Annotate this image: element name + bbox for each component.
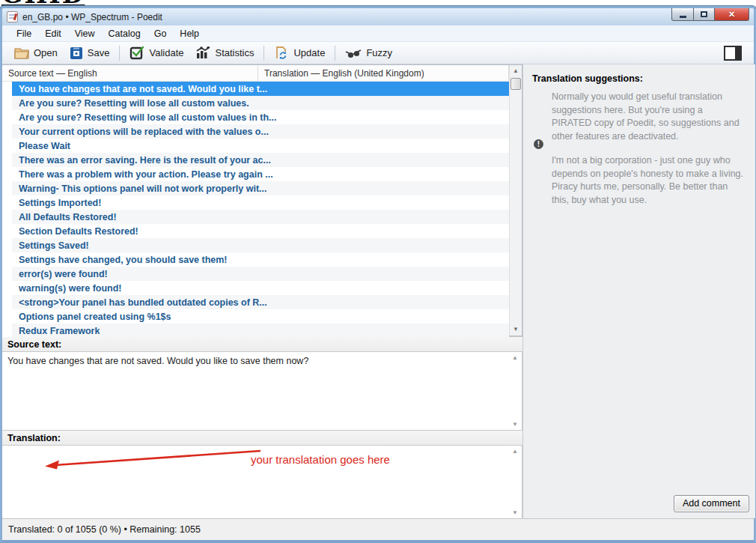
- table-row[interactable]: Are you sure? Resetting will lose all cu…: [2, 96, 522, 110]
- row-source-text: <strong>Your panel has bundled outdated …: [12, 297, 267, 308]
- table-row[interactable]: Warning- This options panel will not wor…: [2, 181, 522, 195]
- row-gutter: [2, 324, 12, 337]
- validate-check-icon: [129, 46, 144, 60]
- row-gutter: [2, 252, 12, 267]
- status-bar: Translated: 0 of 1055 (0 %) • Remaining:…: [2, 518, 754, 540]
- list-scrollbar[interactable]: ▲ ▼: [509, 65, 522, 336]
- table-row[interactable]: warning(s) were found!: [2, 281, 522, 295]
- menu-item-edit[interactable]: Edit: [38, 26, 68, 41]
- update-button-label: Update: [293, 47, 325, 58]
- window-title: en_GB.po • WP_Spectrum - Poedit: [22, 12, 162, 22]
- minimize-icon: [680, 16, 686, 18]
- menu-item-catalog[interactable]: Catalog: [102, 26, 147, 41]
- table-row[interactable]: Please Wait: [2, 139, 522, 153]
- row-source-text: Are you sure? Resetting will lose all cu…: [12, 98, 249, 109]
- table-row[interactable]: Options panel created using %1$s: [2, 309, 522, 324]
- statistics-chart-icon: [195, 46, 210, 60]
- row-gutter: [2, 124, 12, 139]
- row-gutter: [2, 224, 12, 238]
- honesty-notice-text: I'm not a big corporation - just one guy…: [552, 154, 745, 207]
- pirated-notice-text: Normally you would get useful translatio…: [552, 91, 745, 143]
- translation-list: Source text — English Translation — Engl…: [2, 64, 522, 336]
- menu-item-view[interactable]: View: [68, 26, 102, 41]
- row-gutter: [2, 181, 12, 195]
- row-gutter: [2, 238, 12, 252]
- minimize-button[interactable]: [671, 8, 694, 21]
- row-gutter: [2, 309, 12, 324]
- fuzzy-button[interactable]: Fuzzy: [339, 44, 398, 62]
- row-gutter: [2, 281, 12, 295]
- scrollbar-thumb[interactable]: [510, 78, 521, 90]
- validate-button[interactable]: Validate: [124, 43, 189, 62]
- statistics-button[interactable]: Statistics: [189, 43, 260, 62]
- row-gutter: [2, 96, 12, 110]
- update-button[interactable]: Update: [268, 43, 331, 62]
- row-gutter: [2, 82, 12, 96]
- suggestions-sidebar: Translation suggestions: Normally you wo…: [522, 64, 755, 518]
- table-row[interactable]: Settings Imported!: [2, 195, 522, 210]
- poedit-app-icon: [7, 11, 18, 22]
- table-row[interactable]: Your current options will be replaced wi…: [2, 124, 522, 139]
- table-row[interactable]: error(s) were found!: [2, 267, 522, 281]
- menu-item-help[interactable]: Help: [173, 26, 206, 41]
- scroll-up-icon[interactable]: ▲: [510, 354, 520, 361]
- row-source-text: Settings Imported!: [12, 198, 101, 208]
- toolbar: Open Save Validate: [2, 42, 754, 64]
- table-row[interactable]: Are you sure? Resetting will lose all cu…: [2, 110, 522, 124]
- save-button[interactable]: Save: [64, 44, 116, 62]
- fuzzy-glasses-icon: [345, 46, 362, 60]
- suggestions-heading: Translation suggestions:: [532, 73, 745, 84]
- annotation-text: your translatation goes here: [251, 453, 390, 466]
- table-row[interactable]: There was a problem with your action. Pl…: [2, 167, 522, 181]
- table-row[interactable]: Settings Saved!: [2, 238, 522, 252]
- source-text-label: Source text:: [2, 336, 522, 352]
- validate-button-label: Validate: [149, 47, 183, 58]
- translation-input[interactable]: your translatation goes here ▲ ▼: [2, 446, 522, 518]
- translation-label: Translation:: [2, 430, 522, 446]
- table-row[interactable]: Redux Framework: [2, 324, 522, 337]
- fuzzy-button-label: Fuzzy: [366, 47, 392, 58]
- list-header[interactable]: Source text — English Translation — Engl…: [2, 65, 522, 82]
- scroll-down-icon[interactable]: ▼: [510, 509, 520, 516]
- table-row[interactable]: Section Defaults Restored!: [2, 224, 522, 238]
- table-row[interactable]: There was an error saving. Here is the r…: [2, 153, 522, 167]
- title-bar[interactable]: en_GB.po • WP_Spectrum - Poedit ✕: [2, 8, 754, 25]
- row-source-text: Options panel created using %1$s: [12, 312, 171, 322]
- source-text-box: You have changes that are not saved. Wou…: [2, 352, 522, 430]
- row-source-text: Section Defaults Restored!: [12, 226, 138, 237]
- menu-item-file[interactable]: File: [10, 26, 38, 41]
- row-source-text: There was an error saving. Here is the r…: [12, 155, 271, 166]
- menu-bar: FileEditViewCatalogGoHelp: [2, 25, 754, 42]
- column-header-translation[interactable]: Translation — English (United Kingdom): [258, 65, 509, 81]
- add-comment-button[interactable]: Add comment: [674, 495, 749, 512]
- row-source-text: You have changes that are not saved. Wou…: [12, 84, 267, 94]
- row-gutter: [2, 295, 12, 309]
- column-header-source[interactable]: Source text — English: [2, 65, 258, 81]
- save-floppy-icon: [70, 46, 83, 60]
- close-icon: ✕: [728, 10, 735, 19]
- scroll-up-icon[interactable]: ▲: [510, 65, 522, 77]
- row-source-text: error(s) were found!: [12, 269, 108, 279]
- scroll-up-icon[interactable]: ▲: [510, 448, 520, 455]
- table-row[interactable]: All Defaults Restored!: [2, 210, 522, 224]
- table-row[interactable]: Settings have changed, you should save t…: [2, 252, 522, 267]
- row-source-text: Are you sure? Resetting will lose all cu…: [12, 112, 277, 123]
- table-row[interactable]: <strong>Your panel has bundled outdated …: [2, 295, 522, 309]
- row-gutter: [2, 267, 12, 281]
- open-button-label: Open: [34, 47, 58, 58]
- menu-item-go[interactable]: Go: [147, 26, 174, 41]
- maximize-button[interactable]: [694, 8, 715, 21]
- row-source-text: Please Wait: [12, 141, 70, 151]
- close-button[interactable]: ✕: [715, 8, 749, 21]
- table-row[interactable]: You have changes that are not saved. Wou…: [2, 82, 522, 96]
- row-source-text: warning(s) were found!: [12, 283, 122, 294]
- sidebar-toggle-icon[interactable]: [724, 46, 742, 61]
- scroll-down-icon[interactable]: ▼: [510, 421, 520, 428]
- save-button-label: Save: [88, 47, 110, 58]
- scroll-down-icon[interactable]: ▼: [510, 324, 522, 336]
- row-gutter: [2, 195, 12, 210]
- update-refresh-icon: [274, 46, 289, 60]
- row-source-text: Settings have changed, you should save t…: [12, 255, 228, 265]
- open-button[interactable]: Open: [8, 44, 64, 62]
- row-gutter: [2, 139, 12, 153]
